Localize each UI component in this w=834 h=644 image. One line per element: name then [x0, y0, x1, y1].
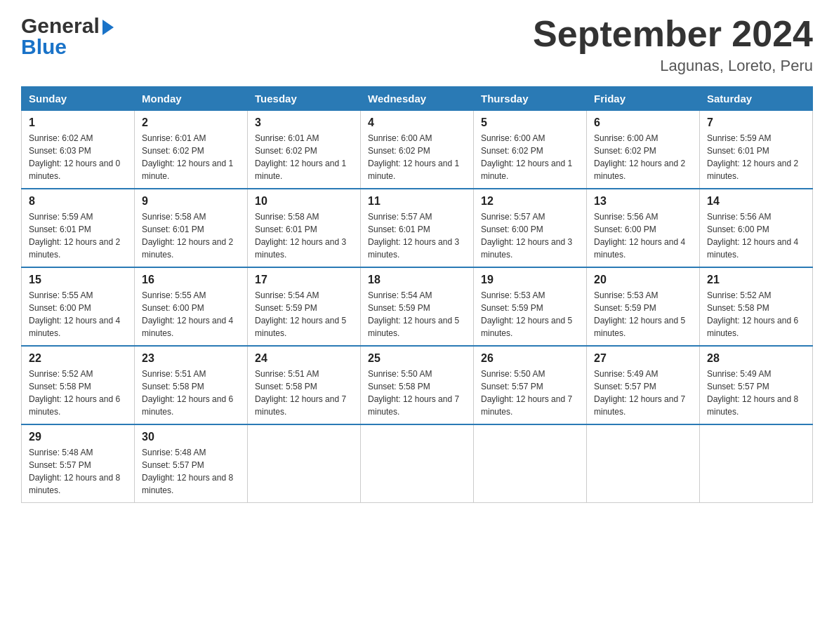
day-number: 28	[707, 352, 805, 365]
day-info: Sunrise: 5:52 AMSunset: 5:58 PMDaylight:…	[29, 368, 127, 418]
calendar-cell: 7Sunrise: 5:59 AMSunset: 6:01 PMDaylight…	[700, 111, 813, 189]
day-info: Sunrise: 6:01 AMSunset: 6:02 PMDaylight:…	[142, 132, 240, 182]
calendar-cell: 17Sunrise: 5:54 AMSunset: 5:59 PMDayligh…	[248, 267, 361, 346]
day-info: Sunrise: 5:55 AMSunset: 6:00 PMDaylight:…	[29, 289, 127, 340]
header-friday: Friday	[587, 87, 700, 111]
calendar-cell: 4Sunrise: 6:00 AMSunset: 6:02 PMDaylight…	[361, 111, 474, 189]
calendar-cell	[361, 424, 474, 503]
calendar-week-row: 22Sunrise: 5:52 AMSunset: 5:58 PMDayligh…	[22, 346, 813, 424]
day-info: Sunrise: 5:52 AMSunset: 5:58 PMDaylight:…	[707, 289, 805, 340]
day-number: 12	[481, 195, 579, 208]
calendar-cell: 21Sunrise: 5:52 AMSunset: 5:58 PMDayligh…	[700, 267, 813, 346]
day-number: 8	[29, 195, 127, 208]
calendar-week-row: 8Sunrise: 5:59 AMSunset: 6:01 PMDaylight…	[22, 189, 813, 267]
day-info: Sunrise: 5:58 AMSunset: 6:01 PMDaylight:…	[142, 210, 240, 261]
day-info: Sunrise: 5:48 AMSunset: 5:57 PMDaylight:…	[29, 446, 127, 497]
day-info: Sunrise: 5:49 AMSunset: 5:57 PMDaylight:…	[707, 368, 805, 418]
calendar-cell	[248, 424, 361, 503]
day-number: 10	[255, 195, 353, 208]
calendar-cell: 28Sunrise: 5:49 AMSunset: 5:57 PMDayligh…	[700, 346, 813, 424]
calendar-cell: 16Sunrise: 5:55 AMSunset: 6:00 PMDayligh…	[135, 267, 248, 346]
day-number: 22	[29, 352, 127, 365]
location-title: Lagunas, Loreto, Peru	[533, 57, 813, 75]
calendar-header-row: SundayMondayTuesdayWednesdayThursdayFrid…	[22, 87, 813, 111]
calendar-cell: 9Sunrise: 5:58 AMSunset: 6:01 PMDaylight…	[135, 189, 248, 267]
day-number: 18	[368, 274, 466, 286]
calendar-cell: 1Sunrise: 6:02 AMSunset: 6:03 PMDaylight…	[22, 111, 135, 189]
calendar-cell	[587, 424, 700, 503]
day-number: 27	[594, 352, 692, 365]
header-monday: Monday	[135, 87, 248, 111]
day-number: 4	[368, 116, 466, 129]
header-wednesday: Wednesday	[361, 87, 474, 111]
calendar-cell: 20Sunrise: 5:53 AMSunset: 5:59 PMDayligh…	[587, 267, 700, 346]
header-tuesday: Tuesday	[248, 87, 361, 111]
day-info: Sunrise: 5:57 AMSunset: 6:00 PMDaylight:…	[481, 210, 579, 261]
day-info: Sunrise: 5:54 AMSunset: 5:59 PMDaylight:…	[368, 289, 466, 340]
day-number: 7	[707, 116, 805, 129]
day-info: Sunrise: 6:00 AMSunset: 6:02 PMDaylight:…	[594, 132, 692, 182]
calendar-cell: 3Sunrise: 6:01 AMSunset: 6:02 PMDaylight…	[248, 111, 361, 189]
day-number: 16	[142, 274, 240, 286]
day-info: Sunrise: 5:51 AMSunset: 5:58 PMDaylight:…	[255, 368, 353, 418]
day-info: Sunrise: 5:49 AMSunset: 5:57 PMDaylight:…	[594, 368, 692, 418]
calendar-cell: 23Sunrise: 5:51 AMSunset: 5:58 PMDayligh…	[135, 346, 248, 424]
calendar-table: SundayMondayTuesdayWednesdayThursdayFrid…	[21, 86, 813, 503]
day-info: Sunrise: 5:57 AMSunset: 6:01 PMDaylight:…	[368, 210, 466, 261]
day-number: 21	[707, 274, 805, 286]
calendar-cell: 14Sunrise: 5:56 AMSunset: 6:00 PMDayligh…	[700, 189, 813, 267]
page-header: General Blue September 2024 Lagunas, Lor…	[21, 14, 813, 75]
day-info: Sunrise: 5:54 AMSunset: 5:59 PMDaylight:…	[255, 289, 353, 340]
day-info: Sunrise: 5:50 AMSunset: 5:57 PMDaylight:…	[481, 368, 579, 418]
day-info: Sunrise: 6:01 AMSunset: 6:02 PMDaylight:…	[255, 132, 353, 182]
day-info: Sunrise: 5:58 AMSunset: 6:01 PMDaylight:…	[255, 210, 353, 261]
day-number: 14	[707, 195, 805, 208]
logo: General Blue	[21, 14, 114, 59]
calendar-cell: 30Sunrise: 5:48 AMSunset: 5:57 PMDayligh…	[135, 424, 248, 503]
day-info: Sunrise: 5:56 AMSunset: 6:00 PMDaylight:…	[707, 210, 805, 261]
header-sunday: Sunday	[22, 87, 135, 111]
logo-triangle-icon	[102, 20, 114, 35]
calendar-cell: 27Sunrise: 5:49 AMSunset: 5:57 PMDayligh…	[587, 346, 700, 424]
calendar-week-row: 1Sunrise: 6:02 AMSunset: 6:03 PMDaylight…	[22, 111, 813, 189]
day-number: 9	[142, 195, 240, 208]
day-number: 5	[481, 116, 579, 129]
day-info: Sunrise: 5:55 AMSunset: 6:00 PMDaylight:…	[142, 289, 240, 340]
day-info: Sunrise: 6:02 AMSunset: 6:03 PMDaylight:…	[29, 132, 127, 182]
calendar-cell: 11Sunrise: 5:57 AMSunset: 6:01 PMDayligh…	[361, 189, 474, 267]
day-number: 3	[255, 116, 353, 129]
day-number: 29	[29, 431, 127, 443]
day-info: Sunrise: 5:56 AMSunset: 6:00 PMDaylight:…	[594, 210, 692, 261]
calendar-cell: 8Sunrise: 5:59 AMSunset: 6:01 PMDaylight…	[22, 189, 135, 267]
day-number: 25	[368, 352, 466, 365]
calendar-cell: 10Sunrise: 5:58 AMSunset: 6:01 PMDayligh…	[248, 189, 361, 267]
day-number: 20	[594, 274, 692, 286]
header-thursday: Thursday	[474, 87, 587, 111]
day-number: 17	[255, 274, 353, 286]
calendar-cell: 19Sunrise: 5:53 AMSunset: 5:59 PMDayligh…	[474, 267, 587, 346]
calendar-week-row: 29Sunrise: 5:48 AMSunset: 5:57 PMDayligh…	[22, 424, 813, 503]
calendar-cell: 15Sunrise: 5:55 AMSunset: 6:00 PMDayligh…	[22, 267, 135, 346]
calendar-cell	[700, 424, 813, 503]
calendar-cell: 2Sunrise: 6:01 AMSunset: 6:02 PMDaylight…	[135, 111, 248, 189]
day-number: 6	[594, 116, 692, 129]
calendar-cell: 12Sunrise: 5:57 AMSunset: 6:00 PMDayligh…	[474, 189, 587, 267]
day-info: Sunrise: 5:50 AMSunset: 5:58 PMDaylight:…	[368, 368, 466, 418]
calendar-cell: 18Sunrise: 5:54 AMSunset: 5:59 PMDayligh…	[361, 267, 474, 346]
day-info: Sunrise: 5:59 AMSunset: 6:01 PMDaylight:…	[29, 210, 127, 261]
day-number: 24	[255, 352, 353, 365]
calendar-cell: 5Sunrise: 6:00 AMSunset: 6:02 PMDaylight…	[474, 111, 587, 189]
day-number: 19	[481, 274, 579, 286]
calendar-cell: 26Sunrise: 5:50 AMSunset: 5:57 PMDayligh…	[474, 346, 587, 424]
calendar-cell: 29Sunrise: 5:48 AMSunset: 5:57 PMDayligh…	[22, 424, 135, 503]
day-number: 13	[594, 195, 692, 208]
day-number: 26	[481, 352, 579, 365]
calendar-cell: 13Sunrise: 5:56 AMSunset: 6:00 PMDayligh…	[587, 189, 700, 267]
calendar-cell: 24Sunrise: 5:51 AMSunset: 5:58 PMDayligh…	[248, 346, 361, 424]
day-info: Sunrise: 5:53 AMSunset: 5:59 PMDaylight:…	[481, 289, 579, 340]
day-info: Sunrise: 6:00 AMSunset: 6:02 PMDaylight:…	[481, 132, 579, 182]
day-info: Sunrise: 5:53 AMSunset: 5:59 PMDaylight:…	[594, 289, 692, 340]
calendar-cell	[474, 424, 587, 503]
day-number: 15	[29, 274, 127, 286]
calendar-cell: 22Sunrise: 5:52 AMSunset: 5:58 PMDayligh…	[22, 346, 135, 424]
